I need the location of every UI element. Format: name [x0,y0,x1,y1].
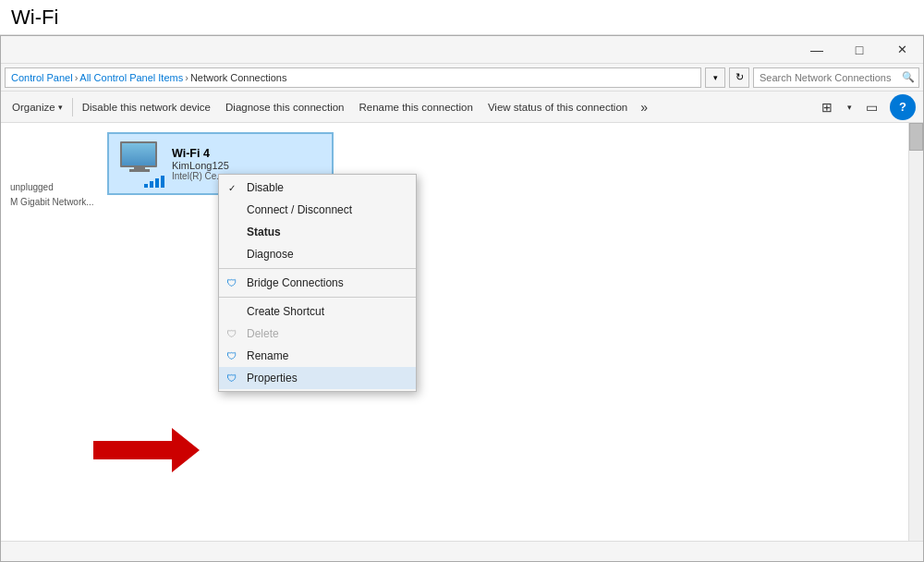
ctx-delete[interactable]: 🛡 Delete [219,323,416,345]
check-icon: ✓ [228,183,236,193]
close-button[interactable]: ✕ [881,36,923,64]
scrollbar-vertical[interactable] [908,123,923,541]
maximize-button[interactable]: □ [838,36,881,64]
shield-rename-icon: 🛡 [226,350,237,361]
ctx-bridge-label: Bridge Connections [247,276,344,289]
path-all-items[interactable]: All Control Panel Items [79,72,183,83]
ctx-bridge[interactable]: 🛡 Bridge Connections [219,272,416,294]
ctx-rename-label: Rename [247,349,288,362]
disable-button[interactable]: Disable this network device [75,94,218,120]
ctx-properties-label: Properties [247,372,298,385]
refresh-button[interactable]: ↻ [729,67,749,88]
more-button[interactable]: » [635,94,653,120]
side-labels: unplugged M Gigabit Network... [10,180,94,210]
ctx-status-label: Status [247,226,281,238]
ctx-disable[interactable]: ✓ Disable [219,177,416,199]
adapter-name: Wi-Fi 4 [172,147,229,160]
ctx-shortcut-label: Create Shortcut [247,305,324,318]
path-control-panel[interactable]: Control Panel [11,72,73,83]
address-bar: Control Panel › All Control Panel Items … [1,64,923,92]
unplugged-label: unplugged [10,180,94,195]
ctx-connect[interactable]: Connect / Disconnect [219,199,416,221]
adapter-user: KimLong125 [172,160,229,171]
ctx-delete-label: Delete [247,327,279,340]
help-button[interactable]: ? [890,94,916,120]
path-sep1: › [75,72,79,83]
ctx-shortcut[interactable]: Create Shortcut [219,300,416,323]
red-arrow [93,428,200,472]
search-wrap: 🔍 [753,67,919,88]
ctx-diagnose[interactable]: Diagnose [219,243,416,265]
organize-arrow: ▾ [58,103,63,112]
ctx-diagnose-label: Diagnose [247,248,294,261]
ctx-connect-label: Connect / Disconnect [247,203,352,216]
ctx-properties[interactable]: 🛡 Properties [219,367,416,389]
search-input[interactable] [753,67,919,88]
ctx-status[interactable]: Status [219,221,416,243]
network-connections-window: — □ ✕ Control Panel › All Control Panel … [0,35,924,562]
dropdown-button[interactable]: ▾ [705,67,725,88]
ctx-sep2 [219,297,416,298]
network-label: M Gigabit Network... [10,195,94,210]
view-status-button[interactable]: View status of this connection [480,94,635,120]
status-bar [1,541,923,561]
shield-delete-icon: 🛡 [226,328,237,339]
wifi-title: Wi-Fi [0,0,924,35]
path-sep2: › [185,72,188,83]
diagnose-button[interactable]: Diagnose this connection [218,94,352,120]
scroll-thumb[interactable] [909,123,923,151]
content-area: unplugged M Gigabit Network... Wi-Fi 4 [1,123,923,561]
search-icon: 🔍 [902,71,915,83]
organize-button[interactable]: Organize ▾ [5,94,70,120]
address-path[interactable]: Control Panel › All Control Panel Items … [5,67,701,88]
rename-button[interactable]: Rename this connection [352,94,480,120]
ctx-sep1 [219,268,416,269]
arrow-body [93,441,172,459]
wifi-label: Wi-Fi [11,6,58,30]
toolbar: Organize ▾ Disable this network device D… [1,92,923,123]
adapter-icon [116,140,164,188]
shield-properties-icon: 🛡 [226,373,237,384]
pane-button[interactable]: ▭ [858,94,884,120]
view-dropdown-button[interactable]: ▾ [842,94,857,120]
shield-bridge-icon: 🛡 [226,277,237,288]
ctx-rename[interactable]: 🛡 Rename [219,345,416,367]
ctx-disable-label: Disable [247,181,284,194]
context-menu: ✓ Disable Connect / Disconnect Status Di… [218,174,417,392]
view-icon-button[interactable]: ⊞ [814,94,840,120]
organize-label: Organize [12,102,55,113]
toolbar-sep1 [72,98,73,116]
path-network-connections: Network Connections [190,72,287,83]
arrow-head [172,428,200,472]
minimize-button[interactable]: — [796,36,838,64]
window-titlebar: — □ ✕ [1,36,923,64]
